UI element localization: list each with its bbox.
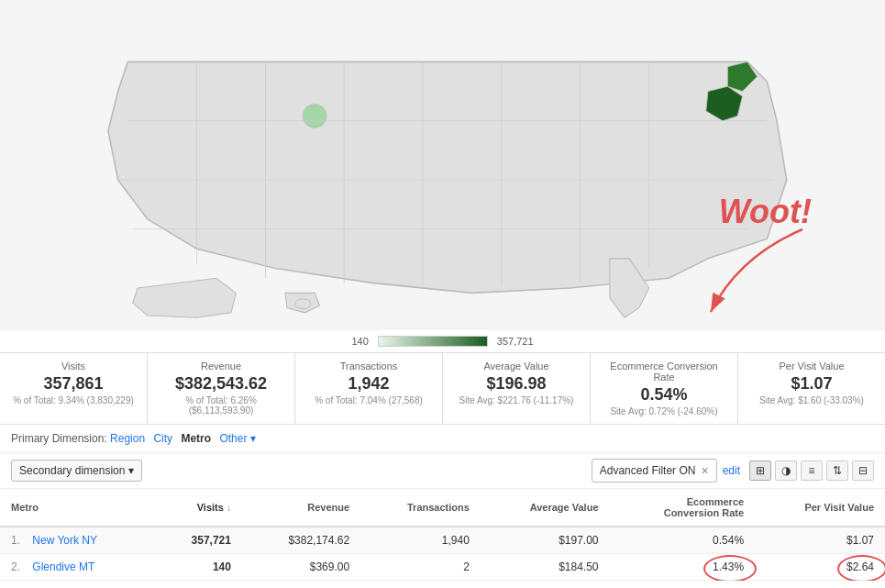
secondary-dimension-dropdown[interactable]: Secondary dimension ▾ <box>11 460 142 482</box>
stat-sub: % of Total: 6.26% ($6,113,593.90) <box>159 395 283 416</box>
td-revenue: $369.00 <box>242 554 360 581</box>
secondary-dim-label: Secondary dimension <box>19 464 125 477</box>
primary-dimension-row: Primary Dimension: Region City Metro Oth… <box>0 425 885 453</box>
th-transactions: Transactions <box>360 489 481 527</box>
stat-value: 357,861 <box>11 374 136 394</box>
stat-value: $1.07 <box>749 374 874 394</box>
view-list-icon[interactable]: ≡ <box>801 460 823 481</box>
stat-value: 0.54% <box>602 385 726 405</box>
metro-link[interactable]: Glendive MT <box>32 560 94 573</box>
td-per-visit: $2.64 <box>755 554 885 581</box>
th-per-visit: Per Visit Value <box>755 489 885 527</box>
th-revenue: Revenue <box>242 489 360 527</box>
td-transactions: 1,940 <box>360 527 481 554</box>
stat-cell-revenue: Revenue $382,543.62 % of Total: 6.26% ($… <box>148 353 295 424</box>
table-header-row: Metro Visits ↓ Revenue Transactions Aver… <box>0 489 885 527</box>
td-transactions: 2 <box>360 554 481 581</box>
stat-sub: Site Avg: $221.76 (-11.17%) <box>454 395 579 405</box>
stat-sub: % of Total: 7.04% (27,568) <box>306 395 431 405</box>
view-pie-icon[interactable]: ◑ <box>775 460 797 481</box>
td-visits: 357,721 <box>154 527 242 554</box>
stat-cell-per-visit-value: Per Visit Value $1.07 Site Avg: $1.60 (-… <box>738 353 885 424</box>
highlighted-ecr: 1.43% <box>713 560 744 573</box>
th-visits[interactable]: Visits ↓ <box>154 489 242 527</box>
advanced-filter-box: Advanced Filter ON × <box>592 459 717 483</box>
map-container: Woot! <box>0 0 885 330</box>
svg-point-12 <box>295 299 311 309</box>
legend-max: 357,721 <box>497 336 534 347</box>
stat-value: $196.98 <box>454 374 579 394</box>
stat-value: 1,942 <box>306 374 431 394</box>
dim-region-link[interactable]: Region <box>110 432 145 445</box>
dropdown-arrow-icon: ▾ <box>128 464 134 477</box>
td-ecr: 1.43% <box>610 554 756 581</box>
legend-min: 140 <box>351 336 368 347</box>
highlighted-per-visit: $2.64 <box>846 560 874 573</box>
stat-cell-visits: Visits 357,861 % of Total: 9.34% (3,830,… <box>0 353 148 424</box>
stat-cell-average-value: Average Value $196.98 Site Avg: $221.76 … <box>443 353 591 424</box>
stat-sub: Site Avg: $1.60 (-33.03%) <box>749 395 874 405</box>
metro-link[interactable]: New York NY <box>32 534 97 547</box>
arrow-annotation <box>683 220 830 330</box>
stat-cell-transactions: Transactions 1,942 % of Total: 7.04% (27… <box>295 353 443 424</box>
dim-metro-active: Metro <box>181 432 211 445</box>
dim-city-link[interactable]: City <box>153 432 172 445</box>
stat-label: Transactions <box>306 361 431 372</box>
stat-label: Revenue <box>159 361 283 372</box>
stats-row: Visits 357,861 % of Total: 9.34% (3,830,… <box>0 352 885 425</box>
sort-arrow-icon: ↓ <box>227 503 231 513</box>
row-number: 2. <box>11 560 29 573</box>
dim-other-link[interactable]: Other ▾ <box>219 432 255 445</box>
th-metro: Metro <box>0 489 154 527</box>
stat-sub: % of Total: 9.34% (3,830,229) <box>11 395 136 405</box>
stat-sub: Site Avg: 0.72% (-24.60%) <box>602 406 726 416</box>
stat-cell-ecommerce-conversion-rate: Ecommerce Conversion Rate 0.54% Site Avg… <box>591 353 738 424</box>
stat-label: Average Value <box>454 361 579 372</box>
td-ecr: 0.54% <box>610 527 756 554</box>
stat-value: $382,543.62 <box>159 374 283 394</box>
td-metro: 1. New York NY <box>0 527 154 554</box>
filter-row: Secondary dimension ▾ Advanced Filter ON… <box>0 453 885 489</box>
view-grid-icon[interactable]: ⊞ <box>749 460 771 481</box>
data-table: Metro Visits ↓ Revenue Transactions Aver… <box>0 489 885 581</box>
filter-right-group: Advanced Filter ON × edit ⊞ ◑ ≡ ⇅ ⊟ <box>592 459 874 483</box>
table-row: 2. Glendive MT 140 $369.00 2 $184.50 1.4… <box>0 554 885 581</box>
edit-filter-link[interactable]: edit <box>723 464 740 477</box>
legend-gradient <box>378 336 488 347</box>
th-avg-value: Average Value <box>481 489 610 527</box>
primary-dim-label: Primary Dimension: <box>11 432 107 445</box>
td-revenue: $382,174.62 <box>242 527 360 554</box>
row-number: 1. <box>11 534 29 547</box>
stat-label: Ecommerce Conversion Rate <box>602 361 726 383</box>
table-body: 1. New York NY 357,721 $382,174.62 1,940… <box>0 527 885 581</box>
legend-bar: 140 357,721 <box>0 330 885 352</box>
td-per-visit: $1.07 <box>755 527 885 554</box>
td-avg-value: $197.00 <box>481 527 610 554</box>
td-metro: 2. Glendive MT <box>0 554 154 581</box>
stat-label: Visits <box>11 361 136 372</box>
view-pivot-icon[interactable]: ⊟ <box>852 460 874 481</box>
td-avg-value: $184.50 <box>481 554 610 581</box>
filter-text: Advanced Filter ON <box>600 464 696 477</box>
stat-label: Per Visit Value <box>749 361 874 372</box>
filter-close-button[interactable]: × <box>701 463 708 478</box>
th-ecr: EcommerceConversion Rate <box>610 489 756 527</box>
svg-point-1 <box>303 105 326 128</box>
view-compare-icon[interactable]: ⇅ <box>826 460 848 481</box>
td-visits: 140 <box>154 554 242 581</box>
view-icons-group: ⊞ ◑ ≡ ⇅ ⊟ <box>749 460 874 481</box>
table-row: 1. New York NY 357,721 $382,174.62 1,940… <box>0 527 885 554</box>
